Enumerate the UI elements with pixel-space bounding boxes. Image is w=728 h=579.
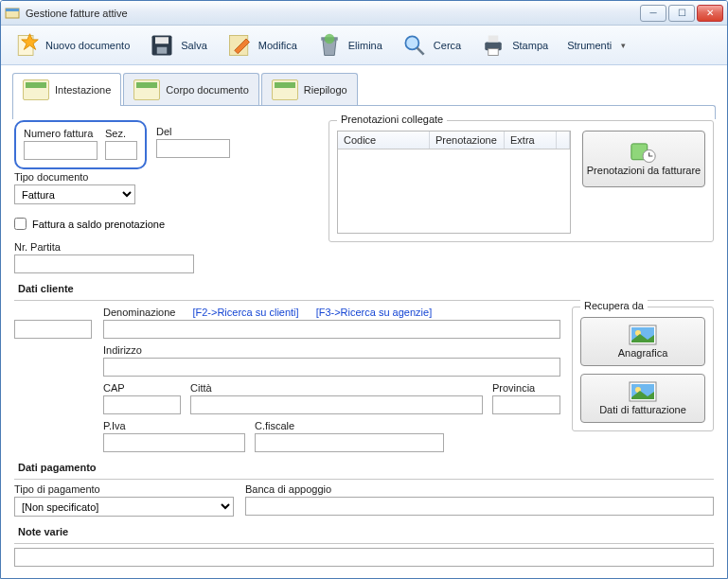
print-button[interactable]: Stampa — [471, 27, 557, 63]
new-document-button[interactable]: Nuovo documento — [5, 27, 138, 63]
numero-fattura-input[interactable] — [24, 141, 98, 160]
maximize-button[interactable]: ☐ — [668, 5, 695, 22]
button-label: Dati di fatturazione — [599, 404, 686, 415]
col-extra: Extra — [505, 132, 557, 149]
prenotazioni-legend: Prenotazioni collegate — [337, 114, 447, 125]
svg-rect-1 — [6, 9, 19, 11]
recupera-legend: Recupera da — [580, 300, 648, 311]
titlebar: Gestione fatture attive ─ ☐ ✕ — [1, 1, 727, 26]
button-label: Salva — [181, 40, 207, 51]
recupera-da-fieldset: Recupera da Anagrafica Dati di fatturazi… — [572, 307, 714, 431]
cap-label: CAP — [103, 382, 181, 394]
button-label: Elimina — [348, 40, 382, 51]
button-label: Stampa — [512, 40, 548, 51]
banca-appoggio-input[interactable] — [245, 497, 714, 516]
delete-button[interactable]: Elimina — [308, 27, 391, 63]
svg-line-11 — [417, 47, 423, 54]
svg-point-10 — [405, 36, 418, 49]
tipo-documento-label: Tipo documento — [14, 171, 317, 183]
edit-button[interactable]: Modifica — [218, 27, 306, 63]
indirizzo-input[interactable] — [103, 358, 560, 377]
fattura-saldo-checkbox[interactable] — [14, 218, 27, 230]
svg-rect-13 — [488, 35, 499, 42]
indirizzo-label: Indirizzo — [103, 344, 560, 356]
citta-input[interactable] — [190, 395, 483, 414]
svg-point-9 — [325, 33, 335, 44]
col-prenotazione: Prenotazione — [430, 132, 505, 149]
button-label: Prenotazioni da fatturare — [587, 165, 701, 176]
trash-icon — [316, 32, 343, 59]
tipo-documento-select[interactable]: Fattura — [14, 184, 135, 204]
prenotazioni-da-fatturare-button[interactable]: Prenotazioni da fatturare — [582, 131, 705, 187]
cliente-code-input[interactable] — [14, 320, 92, 339]
invoice-number-group: Numero fattura Sez. — [14, 120, 147, 169]
piva-input[interactable] — [103, 433, 245, 452]
cap-input[interactable] — [103, 395, 181, 414]
provincia-label: Provincia — [492, 382, 560, 394]
save-button[interactable]: Salva — [140, 27, 216, 63]
anagrafica-button[interactable]: Anagrafica — [580, 317, 705, 366]
divider — [14, 479, 714, 480]
col-spacer — [557, 132, 570, 149]
button-label: Nuovo documento — [45, 40, 130, 51]
svg-rect-14 — [488, 48, 499, 55]
del-input[interactable] — [156, 139, 230, 158]
tipo-pagamento-label: Tipo di pagamento — [14, 483, 234, 495]
button-label: Cerca — [434, 40, 461, 51]
floppy-icon — [149, 32, 175, 59]
cfiscale-label: C.fiscale — [255, 420, 444, 431]
prenotazioni-fieldset: Prenotazioni collegate Codice Prenotazio… — [328, 120, 714, 242]
f2-ricerca-clienti-link[interactable]: [F2->Ricerca su clienti] — [192, 307, 298, 318]
provincia-input[interactable] — [492, 395, 560, 414]
star-document-icon — [13, 32, 40, 59]
note-varie-input[interactable] — [14, 548, 714, 567]
window-title: Gestione fatture attive — [26, 8, 640, 19]
tab-riepilogo[interactable]: Riepilogo — [261, 73, 358, 106]
toolbar: Nuovo documento Salva Modifica Elimina C… — [1, 26, 727, 65]
tab-intestazione[interactable]: Intestazione — [12, 73, 121, 106]
col-codice: Codice — [338, 132, 430, 149]
note-varie-title: Note varie — [18, 526, 714, 537]
button-label: Anagrafica — [618, 347, 668, 359]
document-icon — [23, 79, 49, 100]
sezione-input[interactable] — [105, 141, 137, 160]
numero-fattura-label: Numero fattura — [24, 128, 98, 139]
f3-ricerca-agenzie-link[interactable]: [F3->Ricerca su agenzie] — [316, 307, 433, 318]
divider — [14, 543, 714, 544]
search-icon — [401, 32, 428, 59]
document-icon — [133, 79, 160, 100]
close-button[interactable]: ✕ — [697, 5, 723, 22]
minimize-button[interactable]: ─ — [640, 5, 666, 22]
svg-rect-5 — [155, 37, 169, 44]
banca-appoggio-label: Banca di appoggio — [245, 483, 714, 495]
nr-partita-label: Nr. Partita — [14, 241, 317, 253]
svg-rect-6 — [157, 46, 168, 53]
dati-fatturazione-button[interactable]: Dati di fatturazione — [580, 374, 705, 423]
tools-dropdown[interactable]: Strumenti — [559, 35, 634, 56]
app-icon — [5, 6, 20, 21]
photo-icon — [629, 325, 657, 345]
photo-icon — [629, 381, 657, 402]
tab-corpo-documento[interactable]: Corpo documento — [123, 73, 258, 106]
tab-label: Corpo documento — [166, 84, 248, 96]
search-button[interactable]: Cerca — [393, 27, 470, 63]
cfiscale-input[interactable] — [255, 433, 444, 452]
del-label: Del — [156, 126, 230, 137]
document-icon — [272, 79, 298, 100]
tipo-pagamento-select[interactable]: [Non specificato] — [14, 497, 234, 517]
tab-label: Riepilogo — [304, 84, 347, 96]
prenotazioni-table[interactable]: Codice Prenotazione Extra — [337, 131, 571, 234]
nr-partita-input[interactable] — [14, 254, 194, 273]
button-label: Strumenti — [567, 40, 612, 51]
dati-cliente-title: Dati cliente — [18, 283, 714, 294]
tab-label: Intestazione — [55, 84, 111, 96]
piva-label: P.Iva — [103, 420, 245, 431]
tab-strip: Intestazione Corpo documento Riepilogo — [1, 65, 727, 106]
fattura-saldo-label: Fattura a saldo prenotazione — [32, 219, 165, 230]
citta-label: Città — [190, 382, 483, 394]
table-body — [338, 149, 570, 233]
dati-pagamento-title: Dati pagamento — [18, 462, 714, 473]
denominazione-input[interactable] — [103, 320, 560, 339]
printer-icon — [480, 32, 506, 59]
sezione-label: Sez. — [105, 128, 137, 139]
